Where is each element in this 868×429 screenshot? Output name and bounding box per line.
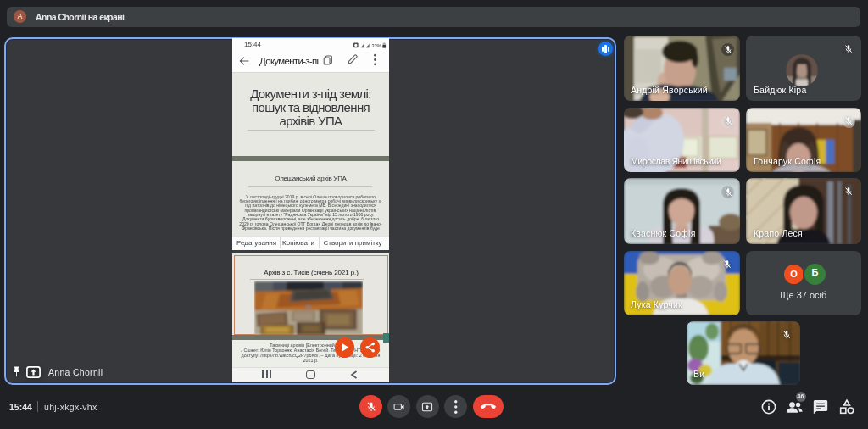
- svg-text:33%: 33%: [372, 42, 381, 47]
